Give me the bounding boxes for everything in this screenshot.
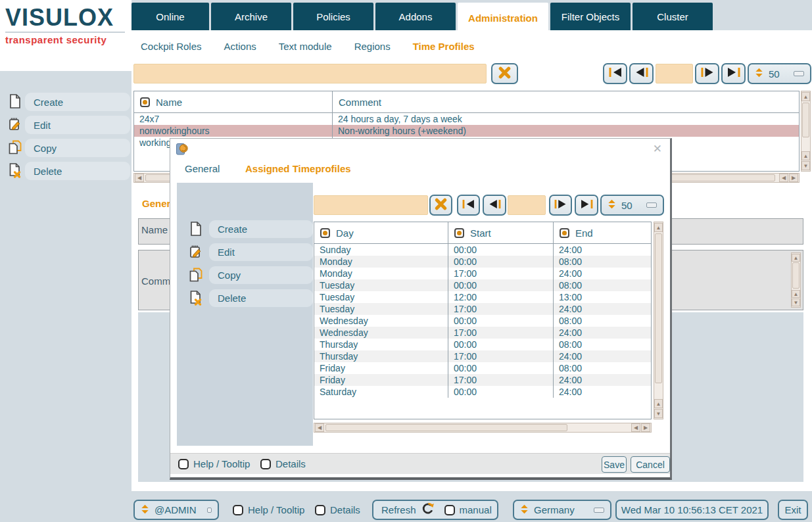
table-row[interactable]: Friday17:0024:00: [314, 374, 651, 386]
dialog-first-page-button[interactable]: [457, 195, 480, 216]
manual-checkbox[interactable]: [444, 505, 455, 515]
search-input[interactable]: [133, 64, 487, 83]
column-header-name[interactable]: Name: [134, 91, 333, 112]
page-number-input[interactable]: [656, 64, 693, 83]
table-row[interactable]: Saturday00:0024:00: [314, 386, 651, 398]
scroll-left-icon[interactable]: ◀: [315, 423, 324, 432]
create-button[interactable]: Create: [25, 93, 130, 111]
dialog-prev-page-button[interactable]: [483, 195, 506, 216]
sort-radio-icon[interactable]: [454, 228, 464, 238]
table-row[interactable]: 24x7 24 hours a day, 7 days a week: [134, 113, 799, 125]
comment-vscrollbar[interactable]: ▲ ▲ ▼: [791, 252, 801, 308]
table-row[interactable]: Monday00:0008:00: [314, 256, 651, 268]
tab-cluster[interactable]: Cluster: [633, 3, 713, 30]
dialog-edit-button[interactable]: Edit: [209, 243, 313, 261]
table-row-selected[interactable]: nonworkinghours Non-working hours (+week…: [134, 125, 799, 137]
region-select[interactable]: Germany: [513, 500, 611, 520]
tab-archive[interactable]: Archive: [211, 3, 291, 30]
first-page-button[interactable]: [603, 63, 627, 84]
tab-administration[interactable]: Administration: [458, 3, 548, 33]
scroll-up-icon[interactable]: ▲: [654, 399, 663, 408]
refresh-button[interactable]: Refresh: [381, 504, 416, 515]
help-tooltip-checkbox[interactable]: [178, 459, 189, 469]
next-page-button[interactable]: [695, 63, 719, 84]
dialog-next-page-button[interactable]: [549, 195, 572, 216]
table-row[interactable]: Tuesday00:0008:00: [314, 279, 651, 291]
table-row[interactable]: Tuesday17:0024:00: [314, 303, 651, 315]
tab-addons[interactable]: Addons: [375, 3, 456, 30]
scroll-thumb[interactable]: [792, 262, 800, 289]
table-row[interactable]: Thursday17:0024:00: [314, 350, 651, 362]
table-row[interactable]: Wednesday00:0008:00: [314, 315, 651, 327]
delete-button[interactable]: Delete: [25, 162, 130, 180]
exit-button[interactable]: Exit: [778, 500, 808, 520]
column-header-start[interactable]: Start: [448, 222, 554, 243]
table-row[interactable]: Tuesday12:0013:00: [314, 291, 651, 303]
scroll-up-icon[interactable]: ▲: [801, 92, 810, 101]
details-checkbox[interactable]: [260, 459, 271, 469]
scroll-left-icon[interactable]: ◀: [779, 174, 788, 182]
subnav-actions[interactable]: Actions: [224, 41, 256, 52]
table-row[interactable]: Wednesday17:0024:00: [314, 327, 651, 339]
page-size-select[interactable]: 50: [748, 63, 811, 84]
table-vscrollbar[interactable]: ▲ ▲ ▼: [801, 91, 811, 172]
clear-search-button[interactable]: [491, 63, 518, 84]
scroll-right-icon[interactable]: ▶: [641, 423, 650, 432]
scroll-thumb[interactable]: [655, 233, 662, 383]
sort-radio-icon[interactable]: [560, 228, 569, 238]
scroll-up-icon[interactable]: ▲: [801, 151, 810, 160]
column-header-end[interactable]: End: [554, 222, 651, 243]
cancel-button[interactable]: Cancel: [631, 456, 670, 473]
dialog-search-input[interactable]: [314, 195, 428, 215]
tab-online[interactable]: Online: [131, 3, 209, 30]
table-row[interactable]: Sunday00:0024:00: [314, 244, 651, 256]
dialog-table-hscrollbar[interactable]: ◀ ◀ ▶: [314, 423, 652, 433]
edit-button[interactable]: Edit: [25, 116, 130, 134]
user-select[interactable]: @ADMIN: [133, 500, 219, 520]
save-button[interactable]: Save: [602, 456, 627, 473]
prev-page-button[interactable]: [629, 63, 654, 84]
tab-policies[interactable]: Policies: [293, 3, 373, 30]
scroll-thumb[interactable]: [325, 424, 567, 431]
dialog-copy-button[interactable]: Copy: [209, 266, 313, 284]
scroll-left-icon[interactable]: ◀: [135, 174, 144, 182]
scroll-down-icon[interactable]: ▼: [801, 161, 810, 170]
scroll-left-icon[interactable]: ◀: [631, 423, 640, 432]
dialog-tab-assigned-timeprofiles[interactable]: Assigned Timeprofiles: [245, 163, 351, 174]
table-row[interactable]: Monday17:0024:00: [314, 268, 651, 279]
sort-radio-icon[interactable]: [320, 228, 330, 238]
tab-filter-objects[interactable]: Filter Objects: [550, 3, 631, 30]
dialog-clear-search-button[interactable]: [429, 195, 452, 216]
scroll-up-icon[interactable]: ▲: [792, 290, 800, 298]
dialog-tab-general[interactable]: General: [185, 163, 220, 174]
scroll-down-icon[interactable]: ▼: [654, 409, 663, 418]
cell-start: 17:00: [448, 327, 554, 339]
column-header-day[interactable]: Day: [314, 222, 448, 243]
scroll-up-icon[interactable]: ▲: [792, 254, 800, 262]
scroll-up-icon[interactable]: ▲: [654, 223, 663, 232]
subnav-regions[interactable]: Regions: [354, 41, 391, 52]
subnav-time-profiles[interactable]: Time Profiles: [413, 41, 475, 52]
table-row[interactable]: Thursday00:0008:00: [314, 339, 651, 350]
details-checkbox[interactable]: [315, 505, 325, 515]
dialog-last-page-button[interactable]: [575, 195, 598, 216]
dialog-create-button[interactable]: Create: [209, 220, 313, 238]
subnav-text-module[interactable]: Text module: [279, 41, 332, 52]
subnav-cockpit-roles[interactable]: Cockpit Roles: [141, 41, 202, 52]
scroll-right-icon[interactable]: ▶: [789, 174, 798, 182]
dialog-close-icon[interactable]: ✕: [653, 142, 662, 156]
column-header-comment[interactable]: Comment: [333, 91, 799, 112]
dialog-page-size-select[interactable]: 50: [600, 195, 664, 216]
dialog-table-vscrollbar[interactable]: ▲ ▲ ▼: [654, 222, 663, 419]
sort-diamond-icon: [520, 504, 529, 517]
help-tooltip-checkbox[interactable]: [233, 505, 243, 515]
copy-button[interactable]: Copy: [25, 139, 130, 157]
table-row[interactable]: Friday00:0008:00: [314, 362, 651, 374]
sort-radio-icon[interactable]: [140, 97, 150, 107]
dialog-page-number-input[interactable]: [508, 195, 546, 215]
dialog-delete-button[interactable]: Delete: [209, 289, 313, 307]
last-page-button[interactable]: [721, 63, 746, 84]
refresh-icon[interactable]: [421, 502, 435, 518]
scroll-thumb[interactable]: [802, 103, 809, 137]
scroll-down-icon[interactable]: ▼: [792, 298, 800, 306]
